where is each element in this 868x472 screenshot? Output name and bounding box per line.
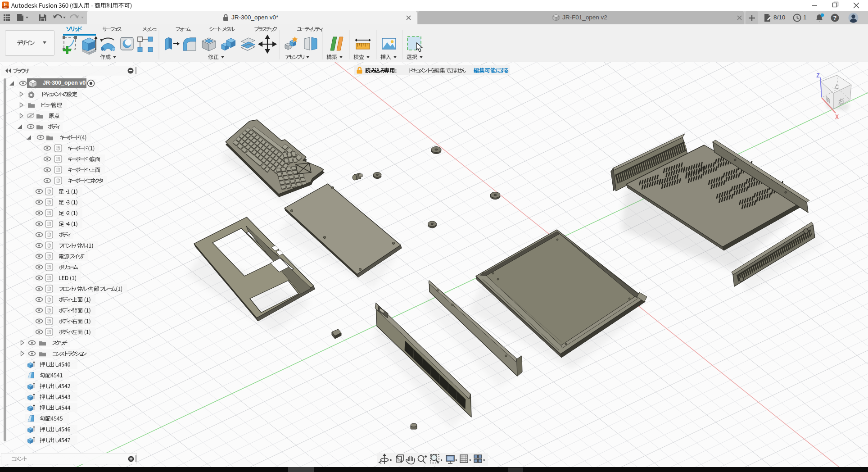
svg-text:?: ? — [833, 14, 837, 21]
svg-text:360: 360 — [4, 6, 7, 9]
